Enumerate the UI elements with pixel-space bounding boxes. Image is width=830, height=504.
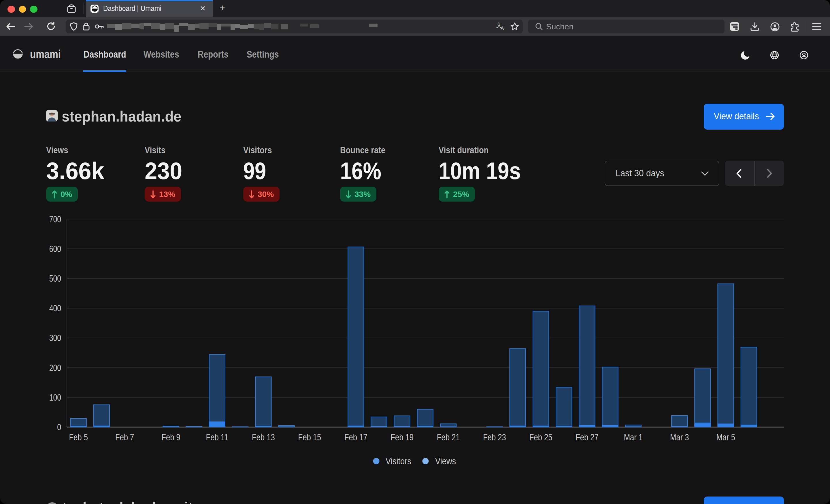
svg-text:Feb 5: Feb 5	[69, 432, 88, 442]
svg-text:Feb 13: Feb 13	[252, 432, 275, 442]
svg-text:500: 500	[49, 274, 61, 283]
svg-text:Feb 15: Feb 15	[298, 432, 321, 442]
svg-text:Views: Views	[435, 456, 456, 466]
svg-text:Mar 3: Mar 3	[670, 432, 689, 442]
svg-text:Feb 9: Feb 9	[161, 432, 180, 442]
svg-text:Feb 17: Feb 17	[344, 432, 368, 442]
svg-text:300: 300	[49, 333, 61, 343]
svg-text:Feb 25: Feb 25	[530, 432, 552, 442]
svg-text:600: 600	[49, 244, 61, 254]
svg-text:700: 700	[49, 214, 61, 224]
svg-text:400: 400	[49, 304, 61, 313]
svg-text:Feb 23: Feb 23	[483, 432, 506, 442]
svg-text:200: 200	[49, 363, 61, 373]
svg-text:Mar 5: Mar 5	[716, 432, 735, 442]
svg-text:Visitors: Visitors	[386, 456, 411, 466]
svg-text:Feb 27: Feb 27	[576, 432, 599, 442]
svg-text:100: 100	[49, 393, 61, 402]
svg-text:Feb 21: Feb 21	[437, 432, 460, 442]
svg-text:Feb 19: Feb 19	[390, 432, 414, 442]
svg-text:A: A	[501, 26, 504, 31]
svg-text:0: 0	[57, 422, 61, 432]
svg-text:Feb 7: Feb 7	[115, 432, 134, 442]
svg-text:Feb 11: Feb 11	[206, 432, 228, 442]
svg-text:Mar 1: Mar 1	[624, 432, 643, 442]
